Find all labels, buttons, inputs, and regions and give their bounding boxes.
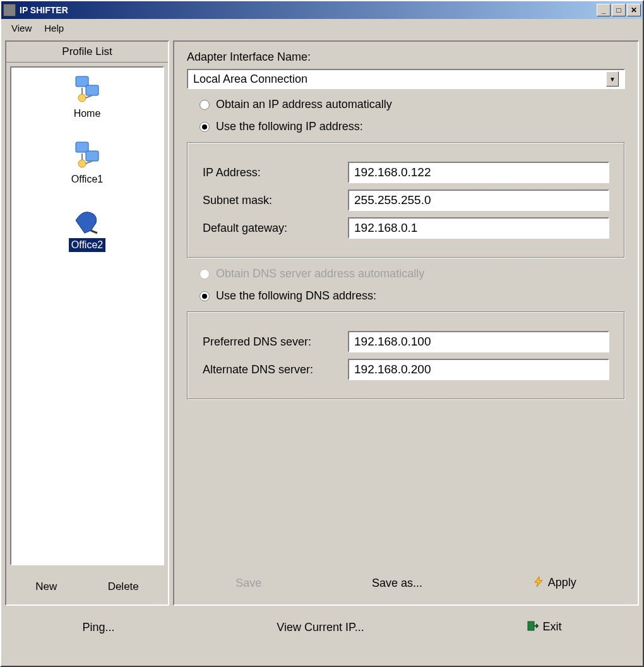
delete-button[interactable]: Delete (99, 577, 148, 597)
ip-address-input[interactable] (348, 162, 609, 183)
svg-rect-5 (76, 142, 88, 152)
app-window: IP SHIFTER _ □ ✕ View Help Profile List (0, 0, 644, 667)
network-icon-selected (72, 205, 102, 236)
svg-rect-0 (76, 76, 88, 87)
adapter-value: Local Area Connection (193, 73, 307, 86)
ip-fieldset: IP Address: Subnet mask: Default gateway… (187, 142, 625, 258)
svg-line-10 (91, 231, 97, 233)
radio-icon (200, 100, 210, 110)
menu-bar: View Help (1, 19, 643, 37)
alt-dns-input[interactable] (348, 359, 609, 380)
settings-panel: Adapter Interface Name: Local Area Conne… (173, 40, 639, 606)
profile-item-office1[interactable]: Office1 (69, 140, 105, 186)
profile-item-office2[interactable]: Office2 (69, 205, 105, 252)
adapter-label: Adapter Interface Name: (187, 51, 625, 64)
radio-label: Use the following IP address: (216, 120, 363, 133)
adapter-dropdown[interactable]: Local Area Connection ▼ (187, 69, 625, 89)
gateway-input[interactable] (348, 217, 609, 239)
network-icon (72, 140, 102, 170)
radio-ip-manual[interactable]: Use the following IP address: (200, 120, 625, 133)
profile-label: Office2 (69, 238, 105, 252)
pref-dns-label: Preferred DNS sever: (203, 335, 348, 349)
alt-dns-label: Alternate DNS server: (203, 363, 348, 376)
profile-list-header: Profile List (6, 42, 168, 63)
profile-label: Office1 (69, 172, 105, 186)
radio-ip-auto[interactable]: Obtain an IP address automatically (200, 98, 625, 111)
subnet-input[interactable] (348, 189, 609, 211)
menu-help[interactable]: Help (38, 20, 70, 36)
app-icon (3, 4, 16, 16)
profile-item-home[interactable]: Home (71, 74, 104, 121)
radio-icon (200, 122, 210, 132)
new-button[interactable]: New (27, 577, 66, 597)
svg-line-4 (86, 95, 92, 98)
exit-label: Exit (543, 620, 562, 633)
svg-point-2 (78, 94, 86, 102)
menu-view[interactable]: View (5, 20, 38, 36)
radio-label: Obtain an IP address automatically (216, 98, 392, 111)
svg-rect-11 (528, 622, 534, 630)
profile-buttons: New Delete (6, 569, 168, 604)
bottom-bar: Ping... View Current IP... Exit (1, 610, 643, 646)
save-as-button[interactable]: Save as... (363, 573, 431, 594)
content-area: Profile List Home (1, 37, 643, 610)
settings-form: Adapter Interface Name: Local Area Conne… (174, 42, 638, 562)
svg-point-7 (78, 160, 86, 167)
apply-button[interactable]: Apply (524, 572, 585, 594)
save-button: Save (227, 573, 270, 594)
view-current-ip-button[interactable]: View Current IP... (268, 617, 373, 638)
window-controls: _ □ ✕ (597, 4, 641, 16)
apply-label: Apply (548, 576, 576, 589)
svg-rect-1 (86, 85, 98, 95)
chevron-down-icon: ▼ (606, 71, 619, 87)
exit-icon (527, 620, 539, 635)
svg-line-9 (86, 161, 92, 164)
subnet-label: Subnet mask: (203, 194, 348, 207)
title-bar: IP SHIFTER _ □ ✕ (1, 1, 643, 19)
ip-address-label: IP Address: (203, 166, 348, 179)
profile-panel: Profile List Home (5, 40, 169, 606)
gateway-label: Default gateway: (203, 222, 348, 235)
action-buttons: Save Save as... Apply (174, 562, 638, 604)
radio-label: Use the following DNS address: (216, 289, 376, 303)
exit-button[interactable]: Exit (518, 616, 571, 639)
minimize-button[interactable]: _ (597, 4, 611, 16)
pref-dns-input[interactable] (348, 331, 609, 352)
profile-label: Home (71, 107, 104, 121)
svg-rect-6 (86, 151, 98, 161)
radio-icon (200, 269, 210, 279)
radio-dns-manual[interactable]: Use the following DNS address: (200, 289, 625, 303)
close-button[interactable]: ✕ (627, 4, 641, 16)
network-icon (72, 74, 102, 104)
dns-fieldset: Preferred DNS sever: Alternate DNS serve… (187, 311, 625, 400)
radio-label: Obtain DNS server address automatically (216, 267, 424, 280)
maximize-button[interactable]: □ (612, 4, 626, 16)
window-title: IP SHIFTER (20, 5, 597, 15)
ping-button[interactable]: Ping... (73, 617, 123, 638)
lightning-icon (533, 576, 544, 591)
profile-list: Home Office1 (10, 66, 164, 565)
radio-dns-auto: Obtain DNS server address automatically (200, 267, 625, 280)
radio-icon (200, 291, 210, 301)
